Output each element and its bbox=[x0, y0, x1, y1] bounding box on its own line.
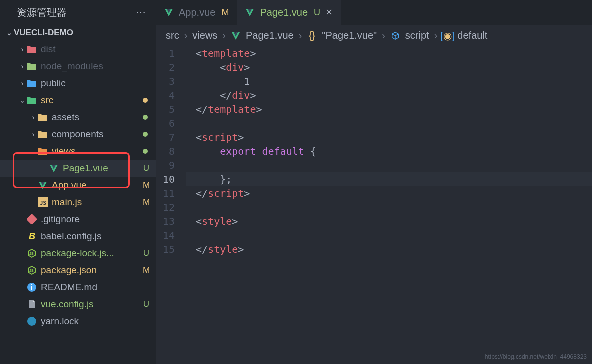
git-status: M bbox=[142, 197, 151, 207]
breadcrumb-item[interactable]: "Page1.vue" bbox=[322, 30, 377, 41]
item-label: main.js bbox=[52, 197, 82, 208]
breadcrumb-item[interactable]: default bbox=[458, 30, 488, 41]
file--gitignore[interactable]: .gitignore bbox=[0, 211, 156, 228]
brackets-icon: [◉] bbox=[442, 31, 452, 41]
folder-views[interactable]: ⌄views bbox=[0, 143, 156, 160]
code-line[interactable]: </template> bbox=[186, 102, 592, 116]
svg-text:JS: JS bbox=[40, 200, 46, 206]
line-gutter: 123456789101112131415 bbox=[156, 46, 186, 364]
line-number: 14 bbox=[156, 228, 175, 242]
code-line[interactable]: <style> bbox=[186, 214, 592, 228]
yarn-icon bbox=[27, 316, 37, 326]
file-package-lock-js-[interactable]: JSpackage-lock.js...U bbox=[0, 245, 156, 262]
line-number: 3 bbox=[156, 74, 175, 88]
code-line[interactable]: }; bbox=[186, 172, 592, 186]
git-icon bbox=[27, 214, 37, 224]
chevron-down-icon: ⌄ bbox=[5, 29, 14, 37]
code-line[interactable]: 1 bbox=[186, 74, 592, 88]
vue-icon bbox=[245, 7, 255, 17]
breadcrumb-sep: › bbox=[184, 30, 188, 41]
item-label: src bbox=[41, 95, 54, 106]
folder-assets[interactable]: ›assets bbox=[0, 109, 156, 126]
file-page1-vue[interactable]: Page1.vueU bbox=[0, 160, 156, 177]
tab-status: U bbox=[314, 7, 320, 18]
git-dot bbox=[143, 149, 148, 154]
file-main-js[interactable]: JSmain.jsM bbox=[0, 194, 156, 211]
vue-icon bbox=[231, 31, 241, 41]
folder-yellow-icon bbox=[38, 129, 48, 139]
code-line[interactable]: <script> bbox=[186, 130, 592, 144]
project-name: VUECLI-DEMO bbox=[14, 28, 74, 38]
cube-icon bbox=[390, 31, 400, 41]
item-label: .gitignore bbox=[41, 214, 80, 225]
breadcrumb-item[interactable]: views bbox=[192, 30, 218, 41]
line-number: 11 bbox=[156, 186, 175, 200]
item-label: package.json bbox=[41, 265, 97, 276]
breadcrumb-sep: › bbox=[434, 30, 438, 41]
folder-src[interactable]: ⌄src bbox=[0, 92, 156, 109]
chevron-down-icon: ⌄ bbox=[29, 147, 38, 155]
code-line[interactable] bbox=[186, 200, 592, 214]
babel-icon: B bbox=[27, 231, 37, 241]
code-line[interactable]: <template> bbox=[186, 46, 592, 60]
breadcrumb-item[interactable]: Page1.vue bbox=[246, 30, 294, 41]
item-label: node_modules bbox=[41, 61, 104, 72]
line-number: 13 bbox=[156, 214, 175, 228]
git-dot bbox=[143, 98, 148, 103]
git-dot bbox=[143, 115, 148, 120]
code-line[interactable] bbox=[186, 116, 592, 130]
svg-point-8 bbox=[28, 317, 36, 326]
code-editor[interactable]: 123456789101112131415 <template> <div> 1… bbox=[156, 46, 592, 364]
line-number: 1 bbox=[156, 46, 175, 60]
tab-status: M bbox=[222, 7, 229, 18]
line-number: 7 bbox=[156, 130, 175, 144]
breadcrumb-sep: › bbox=[299, 30, 302, 41]
breadcrumb-item[interactable]: script bbox=[406, 30, 430, 41]
code-line[interactable]: </script> bbox=[186, 186, 592, 200]
file-babel-config-js[interactable]: Bbabel.config.js bbox=[0, 228, 156, 245]
braces-icon: {} bbox=[307, 31, 317, 41]
breadcrumb-sep: › bbox=[222, 30, 226, 41]
tab-app-vue[interactable]: App.vueM bbox=[156, 0, 237, 25]
code-line[interactable]: </div> bbox=[186, 88, 592, 102]
folder-dist[interactable]: ›dist bbox=[0, 41, 156, 58]
folder-node_modules[interactable]: ›node_modules bbox=[0, 58, 156, 75]
node-icon: JS bbox=[27, 265, 37, 275]
code-line[interactable]: export default { bbox=[186, 144, 592, 158]
item-label: yarn.lock bbox=[41, 316, 79, 327]
tab-page1-vue[interactable]: Page1.vueU✕ bbox=[237, 0, 341, 25]
chevron-right-icon: › bbox=[18, 79, 27, 87]
item-label: assets bbox=[52, 112, 80, 123]
svg-text:B: B bbox=[29, 231, 36, 241]
code-line[interactable]: </style> bbox=[186, 242, 592, 256]
item-label: Page1.vue bbox=[63, 163, 108, 174]
file-vue-config-js[interactable]: vue.config.jsU bbox=[0, 296, 156, 313]
line-number: 4 bbox=[156, 88, 175, 102]
code-line[interactable] bbox=[186, 158, 592, 172]
close-icon[interactable]: ✕ bbox=[326, 7, 333, 18]
svg-text:JS: JS bbox=[30, 252, 34, 255]
chevron-right-icon: › bbox=[29, 113, 38, 121]
project-header[interactable]: ⌄ VUECLI-DEMO bbox=[0, 25, 156, 41]
breadcrumb[interactable]: src›views›Page1.vue›{}"Page1.vue"›script… bbox=[156, 25, 592, 46]
svg-text:JS: JS bbox=[30, 269, 34, 272]
line-number: 2 bbox=[156, 60, 175, 74]
code-line[interactable] bbox=[186, 228, 592, 242]
file-yarn-lock[interactable]: yarn.lock bbox=[0, 313, 156, 330]
file-app-vue[interactable]: App.vueM bbox=[0, 177, 156, 194]
more-icon[interactable]: ⋯ bbox=[136, 6, 147, 18]
js-icon: JS bbox=[38, 197, 48, 207]
code-content[interactable]: <template> <div> 1 </div></template> <sc… bbox=[186, 46, 592, 364]
item-label: package-lock.js... bbox=[41, 248, 114, 259]
line-number: 8 bbox=[156, 144, 175, 158]
folder-green-icon bbox=[27, 61, 37, 71]
code-line[interactable]: <div> bbox=[186, 60, 592, 74]
file-package-json[interactable]: JSpackage.jsonM bbox=[0, 262, 156, 279]
tab-label: Page1.vue bbox=[260, 7, 308, 18]
folder-public[interactable]: ›public bbox=[0, 75, 156, 92]
file-readme-md[interactable]: iREADME.md bbox=[0, 279, 156, 296]
breadcrumb-item[interactable]: src bbox=[166, 30, 180, 41]
folder-components[interactable]: ›components bbox=[0, 126, 156, 143]
vue-icon bbox=[38, 180, 48, 190]
folder-blue-icon bbox=[27, 78, 37, 88]
